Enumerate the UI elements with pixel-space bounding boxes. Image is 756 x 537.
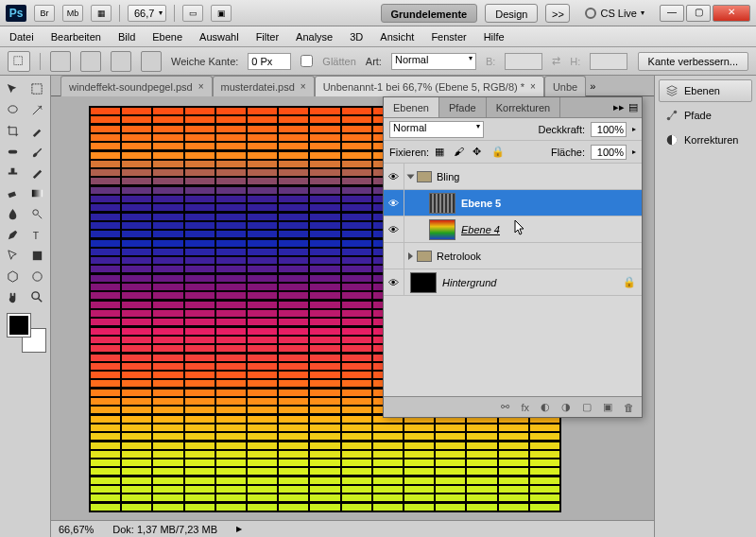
status-doc-size[interactable]: Dok: 1,37 MB/7,23 MB: [112, 524, 217, 535]
blur-tool[interactable]: [2, 204, 24, 223]
visibility-icon[interactable]: 👁: [384, 164, 404, 189]
layer-name[interactable]: Hintergrund: [442, 277, 623, 288]
layer-thumbnail[interactable]: [410, 272, 437, 293]
mini-bridge-button[interactable]: Mb: [62, 5, 83, 22]
marquee-intersect-button[interactable]: [141, 51, 162, 72]
tab-overflow-button[interactable]: »: [590, 76, 595, 95]
close-icon[interactable]: ×: [301, 77, 306, 97]
zoom-dropdown[interactable]: 66,7: [128, 5, 166, 22]
lock-paint-icon[interactable]: 🖌: [454, 146, 467, 159]
disclosure-icon[interactable]: [408, 252, 413, 260]
dock-item-ebenen[interactable]: Ebenen: [659, 79, 752, 102]
dock-item-pfade[interactable]: Pfade: [659, 104, 752, 127]
lasso-tool[interactable]: [2, 100, 24, 119]
menu-filter[interactable]: Filter: [256, 31, 279, 43]
layer-name[interactable]: Retrolook: [437, 251, 642, 262]
delete-layer-icon[interactable]: 🗑: [624, 402, 634, 413]
foreground-color-swatch[interactable]: [8, 314, 30, 337]
panel-collapse-icon[interactable]: ▸▸: [613, 101, 625, 113]
dock-item-korrekturen[interactable]: Korrekturen: [659, 129, 752, 151]
layer-group-bling[interactable]: 👁 Bling: [384, 164, 642, 190]
hand-tool[interactable]: [2, 287, 24, 306]
layer-fx-icon[interactable]: fx: [521, 402, 529, 413]
layer-ebene-4[interactable]: 👁 Ebene 4: [384, 217, 642, 243]
new-layer-icon[interactable]: ▣: [603, 401, 612, 413]
zoom-tool[interactable]: [26, 287, 48, 306]
menu-auswahl[interactable]: Auswahl: [199, 31, 239, 43]
marquee-rect-button[interactable]: [50, 51, 71, 72]
close-icon[interactable]: ×: [198, 77, 204, 97]
close-button[interactable]: ✕: [713, 5, 750, 22]
menu-fenster[interactable]: Fenster: [431, 31, 466, 43]
lock-move-icon[interactable]: ✥: [472, 146, 486, 159]
status-zoom[interactable]: 66,67%: [59, 524, 94, 535]
close-icon[interactable]: ×: [530, 77, 536, 97]
link-layers-icon[interactable]: ⚯: [501, 401, 509, 413]
menu-hilfe[interactable]: Hilfe: [484, 31, 505, 43]
crop-tool[interactable]: [2, 121, 24, 140]
menu-analyse[interactable]: Analyse: [296, 31, 333, 43]
arrange-button[interactable]: ▭: [182, 5, 203, 22]
minimize-button[interactable]: ―: [660, 5, 684, 22]
3d-camera-tool[interactable]: [26, 267, 48, 286]
maximize-button[interactable]: ▢: [686, 5, 711, 22]
menu-datei[interactable]: Datei: [9, 31, 34, 43]
antialias-checkbox[interactable]: [301, 55, 313, 67]
cs-live-button[interactable]: CS Live▾: [577, 8, 652, 19]
brush-tool[interactable]: [26, 142, 48, 161]
layer-hintergrund[interactable]: 👁 Hintergrund 🔒: [384, 269, 642, 296]
marquee-add-button[interactable]: [80, 51, 101, 72]
path-select-tool[interactable]: [2, 246, 24, 265]
new-group-icon[interactable]: ▢: [582, 401, 592, 413]
menu-ebene[interactable]: Ebene: [152, 31, 182, 43]
pen-tool[interactable]: [2, 225, 24, 244]
layer-mask-icon[interactable]: ◐: [541, 401, 550, 413]
workspace-tab-design[interactable]: Design: [485, 4, 538, 23]
shape-tool[interactable]: [26, 246, 48, 265]
layer-name[interactable]: Ebene 5: [461, 198, 642, 209]
color-swatches[interactable]: [8, 314, 45, 352]
tool-preset-picker[interactable]: [8, 51, 30, 72]
blend-mode-dropdown[interactable]: Normal: [389, 121, 484, 138]
layer-name[interactable]: Ebene 4: [461, 224, 642, 235]
type-tool[interactable]: T: [26, 225, 48, 244]
doc-tab-0[interactable]: windeffekt-soundpegel.psd×: [60, 76, 213, 96]
workspace-more-button[interactable]: >>: [545, 4, 570, 23]
fill-arrow-icon[interactable]: ▸: [632, 147, 636, 156]
visibility-icon[interactable]: 👁: [384, 217, 404, 242]
menu-bearbeiten[interactable]: Bearbeiten: [51, 31, 101, 43]
doc-tab-3[interactable]: Unbe: [544, 76, 586, 96]
history-brush-tool[interactable]: [26, 163, 48, 182]
menu-3d[interactable]: 3D: [350, 31, 363, 43]
panel-tab-ebenen[interactable]: Ebenen: [384, 97, 439, 117]
feather-input[interactable]: [248, 53, 291, 70]
visibility-icon[interactable]: 👁: [384, 269, 404, 295]
panel-menu-icon[interactable]: ▤: [628, 101, 638, 113]
layer-thumbnail[interactable]: [429, 219, 455, 240]
3d-tool[interactable]: [2, 267, 24, 286]
wand-tool[interactable]: [26, 100, 48, 119]
style-dropdown[interactable]: Normal: [391, 53, 476, 70]
stamp-tool[interactable]: [2, 163, 24, 182]
move-tool[interactable]: [2, 79, 24, 98]
lock-all-icon[interactable]: 🔒: [491, 146, 505, 159]
doc-tab-2[interactable]: Unbenannt-1 bei 66,7% (Ebene 5, RGB/8) *…: [315, 76, 544, 96]
eraser-tool[interactable]: [2, 183, 24, 202]
healing-tool[interactable]: [2, 142, 24, 161]
panel-tab-pfade[interactable]: Pfade: [439, 97, 487, 117]
visibility-icon[interactable]: [384, 243, 404, 268]
panel-tab-korrekturen[interactable]: Korrekturen: [487, 97, 560, 117]
visibility-icon[interactable]: 👁: [384, 190, 404, 216]
eyedropper-tool[interactable]: [26, 121, 48, 140]
lock-transparent-icon[interactable]: ▦: [435, 146, 448, 159]
layer-name[interactable]: Bling: [437, 171, 642, 182]
refine-edge-button[interactable]: Kante verbessern...: [638, 52, 748, 71]
menu-ansicht[interactable]: Ansicht: [380, 31, 414, 43]
dodge-tool[interactable]: [26, 204, 48, 223]
layer-group-retrolook[interactable]: Retrolook: [384, 243, 642, 269]
adjustment-layer-icon[interactable]: ◑: [561, 401, 571, 413]
doc-tab-1[interactable]: musterdatei.psd×: [213, 76, 315, 96]
marquee-tool[interactable]: [26, 79, 48, 98]
disclosure-icon[interactable]: [407, 174, 415, 179]
status-arrow-icon[interactable]: ▶: [236, 525, 242, 533]
